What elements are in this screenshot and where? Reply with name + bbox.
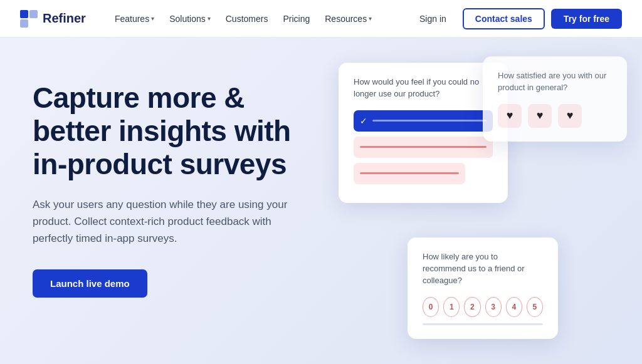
survey-card-3: How likely are you to recommend us to a …	[408, 237, 558, 339]
option-line-2	[360, 146, 487, 148]
hero-subtext: Ask your users any question while they a…	[33, 196, 296, 247]
nps-1[interactable]: 1	[443, 297, 460, 317]
heart-rating: ♥ ♥ ♥	[498, 104, 612, 128]
hero-right: How would you feel if you could no longe…	[326, 38, 642, 364]
nps-0[interactable]: 0	[423, 297, 439, 317]
launch-demo-button[interactable]: Launch live demo	[33, 269, 147, 298]
heart-3[interactable]: ♥	[558, 104, 582, 128]
survey-card-1-question: How would you feel if you could no longe…	[354, 76, 493, 100]
hero-section: Capture more & better insights with in-p…	[0, 38, 642, 364]
features-chevron-icon: ▾	[151, 15, 154, 22]
nav-customers[interactable]: Customers	[219, 10, 275, 28]
nps-5[interactable]: 5	[527, 297, 543, 317]
nav-features[interactable]: Features ▾	[108, 10, 160, 28]
heart-2[interactable]: ♥	[528, 104, 552, 128]
hero-headline: Capture more & better insights with in-p…	[33, 81, 306, 181]
checkmark-icon: ✓	[360, 116, 367, 126]
survey-option-2[interactable]	[354, 137, 493, 158]
survey-option-selected[interactable]: ✓	[354, 110, 493, 132]
option-line-selected	[372, 120, 487, 122]
nps-2[interactable]: 2	[464, 297, 480, 317]
nav-actions: Sign in Contact sales Try for free	[409, 8, 622, 29]
nps-3[interactable]: 3	[485, 297, 502, 317]
nav-resources[interactable]: Resources ▾	[318, 10, 378, 28]
try-for-free-button[interactable]: Try for free	[551, 9, 622, 29]
signin-button[interactable]: Sign in	[409, 9, 456, 28]
option-line-3	[360, 172, 459, 174]
svg-rect-2	[20, 19, 28, 28]
survey-card-2: How satisfied are you with our product i…	[483, 56, 627, 142]
navbar: Refiner Features ▾ Solutions ▾ Customers…	[0, 0, 642, 38]
logo-text: Refiner	[43, 11, 86, 26]
contact-sales-button[interactable]: Contact sales	[463, 8, 545, 29]
nps-row: 0 1 2 3 4 5	[423, 297, 543, 317]
nav-links: Features ▾ Solutions ▾ Customers Pricing…	[108, 10, 409, 28]
svg-rect-1	[29, 10, 38, 18]
hero-left: Capture more & better insights with in-p…	[0, 38, 326, 364]
nps-4[interactable]: 4	[506, 297, 522, 317]
svg-rect-0	[20, 10, 28, 18]
solutions-chevron-icon: ▾	[208, 15, 211, 22]
nav-solutions[interactable]: Solutions ▾	[163, 10, 217, 28]
logo[interactable]: Refiner	[20, 10, 86, 28]
nav-pricing[interactable]: Pricing	[276, 10, 316, 28]
heart-1[interactable]: ♥	[498, 104, 522, 128]
resources-chevron-icon: ▾	[369, 15, 372, 22]
logo-icon	[20, 10, 38, 28]
survey-card-3-question: How likely are you to recommend us to a …	[423, 251, 543, 287]
nps-line	[423, 323, 543, 325]
survey-card-2-question: How satisfied are you with our product i…	[498, 70, 612, 94]
survey-option-3[interactable]	[354, 163, 465, 184]
